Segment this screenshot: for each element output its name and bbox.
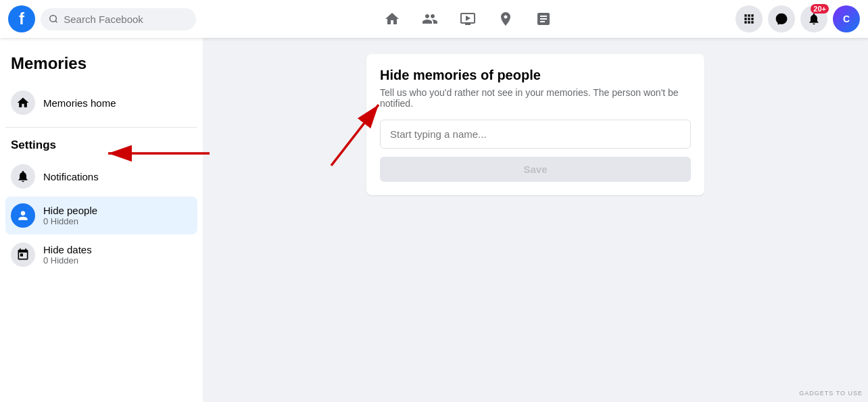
sidebar-item-hide-dates[interactable]: Hide dates 0 Hidden (5, 236, 197, 274)
main-content: Hide memories of people Tell us who you'… (203, 38, 868, 402)
friends-icon (422, 11, 438, 27)
pages-icon (535, 11, 552, 27)
notifications-button[interactable]: 20+ (800, 5, 827, 32)
memories-home-icon (16, 96, 30, 109)
nav-watch-button[interactable] (452, 3, 484, 35)
sidebar-title: Memories (5, 49, 197, 84)
settings-label: Settings (5, 133, 197, 157)
home-icon (384, 11, 400, 27)
messenger-icon (775, 12, 788, 26)
watch-icon (460, 11, 476, 27)
sidebar-item-memories-home[interactable]: Memories home (5, 84, 197, 122)
grid-icon (742, 12, 756, 26)
hide-people-sub: 0 Hidden (43, 216, 97, 226)
name-input[interactable] (380, 120, 691, 149)
hide-people-icon (16, 209, 30, 222)
search-input[interactable] (64, 14, 188, 25)
home-icon-container (11, 91, 35, 115)
hide-dates-icon (16, 248, 30, 261)
topnav-right: 20+ C (725, 5, 860, 32)
hide-people-item-text: Hide people 0 Hidden (43, 205, 97, 226)
notifications-item-text: Notifications (43, 171, 99, 182)
search-icon (49, 14, 58, 24)
bell-icon (807, 12, 821, 26)
user-avatar[interactable]: C (833, 5, 860, 32)
notifications-label: Notifications (43, 171, 99, 182)
hide-people-icon-container (11, 203, 35, 228)
nav-friends-button[interactable] (414, 3, 446, 35)
sidebar-item-notifications[interactable]: Notifications (5, 157, 197, 195)
svg-line-1 (55, 21, 57, 23)
save-button[interactable]: Save (380, 157, 691, 182)
notifications-sidebar-icon (16, 170, 30, 183)
messenger-button[interactable] (768, 5, 795, 32)
hide-dates-icon-container (11, 243, 35, 267)
notifications-icon-container (11, 164, 35, 189)
hide-dates-label: Hide dates (43, 244, 92, 255)
main-layout: Memories Memories home Settings Notifica… (0, 38, 868, 402)
svg-point-0 (50, 16, 57, 22)
memories-home-label: Memories home (43, 97, 116, 109)
hide-dates-item-text: Hide dates 0 Hidden (43, 244, 92, 266)
topnav-center (211, 3, 725, 35)
search-bar[interactable] (41, 8, 196, 30)
nav-pages-button[interactable] (527, 3, 560, 35)
watermark: Gadgets to Use (799, 390, 863, 397)
sidebar-divider (5, 127, 197, 128)
topnav-left: f (8, 5, 211, 32)
topnav: f (0, 0, 868, 38)
sidebar: Memories Memories home Settings Notifica… (0, 38, 203, 402)
hide-people-label: Hide people (43, 205, 97, 216)
hide-people-card: Hide memories of people Tell us who you'… (366, 54, 704, 195)
hide-dates-sub: 0 Hidden (43, 255, 92, 266)
nav-home-button[interactable] (376, 3, 408, 35)
apps-button[interactable] (736, 5, 763, 32)
sidebar-item-hide-people[interactable]: Hide people 0 Hidden (5, 197, 197, 234)
card-title: Hide memories of people (380, 68, 691, 83)
nav-marketplace-button[interactable] (489, 3, 522, 35)
facebook-logo[interactable]: f (8, 5, 35, 32)
card-subtitle: Tell us who you'd rather not see in your… (380, 87, 691, 109)
marketplace-icon (498, 11, 514, 27)
notification-count: 20+ (811, 4, 829, 14)
